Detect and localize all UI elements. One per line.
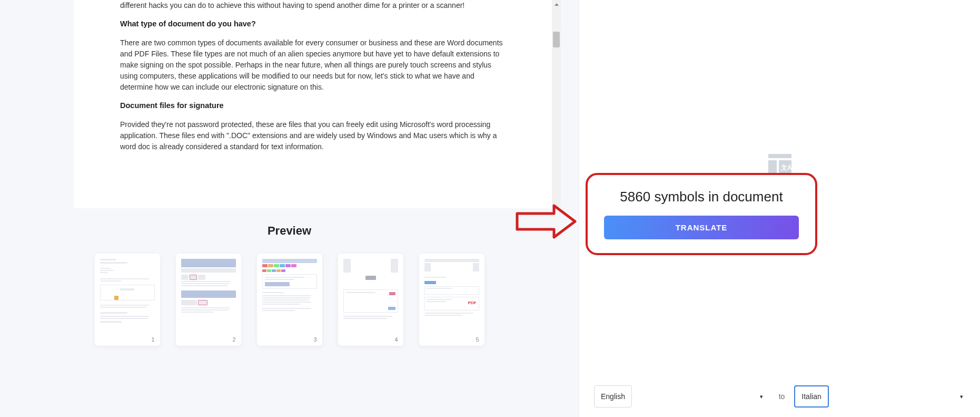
preview-thumb-1[interactable]: 1 [95,254,160,346]
doc-paragraph: Provided they're not password protected,… [120,119,504,152]
preview-thumb-3[interactable]: 3 [257,254,322,346]
to-label: to [779,392,785,401]
page-number: 3 [313,336,316,343]
arrow-annotation-icon [514,203,578,240]
main-layout: different hacks you can do to achieve th… [0,0,980,417]
translate-button[interactable]: TRANSLATE [604,216,799,239]
document-viewer: different hacks you can do to achieve th… [74,0,561,208]
page-number: 4 [394,336,398,343]
page-number: 5 [476,336,479,343]
page-number: 2 [232,336,235,343]
scroll-thumb[interactable] [553,32,560,47]
target-language-select[interactable]: Italian [794,385,829,408]
svg-text:文A: 文A [780,164,792,171]
preview-thumb-4[interactable]: 4 [338,254,403,346]
doc-paragraph: There are two common types of documents … [120,37,504,93]
scroll-up-icon[interactable] [552,0,561,9]
preview-title: Preview [0,224,579,238]
preview-thumb-5[interactable]: PDF 5 [419,254,484,346]
document-content: different hacks you can do to achieve th… [74,0,552,208]
preview-thumb-2[interactable]: 2 [176,254,241,346]
preview-section: Preview [0,208,579,417]
svg-rect-0 [768,154,791,158]
preview-thumbnails: 1 [0,254,579,346]
left-panel: different hacks you can do to achieve th… [0,0,579,417]
right-panel: 文A 5860 symbols in document TRANSLATE En… [579,0,980,417]
doc-paragraph: different hacks you can do to achieve th… [120,0,504,11]
symbols-count-text: 5860 symbols in document [598,189,805,205]
language-row: English to Italian [594,385,969,408]
doc-heading: What type of document do you have? [120,18,504,30]
source-language-select[interactable]: English [594,385,632,408]
doc-heading: Document files for signature [120,100,504,112]
translate-card: 5860 symbols in document TRANSLATE [586,173,817,255]
page-number: 1 [151,336,154,343]
document-scrollbar[interactable] [552,0,561,208]
